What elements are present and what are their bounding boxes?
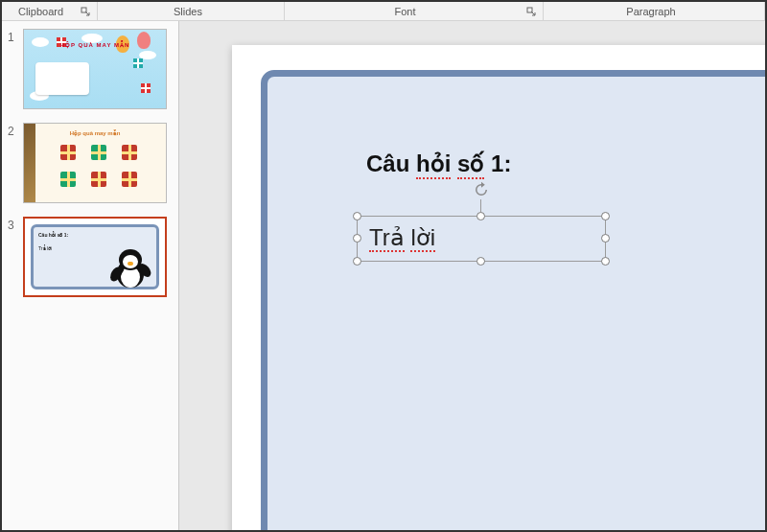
dialog-launcher-icon[interactable] bbox=[525, 6, 537, 17]
resize-handle[interactable] bbox=[476, 257, 485, 266]
resize-handle[interactable] bbox=[353, 234, 361, 243]
ribbon-group-slides: Slides bbox=[98, 2, 285, 20]
thumbnail-row: 1 HỘP QUÀ MAY MẮN bbox=[8, 29, 173, 109]
resize-handle[interactable] bbox=[601, 234, 610, 243]
ribbon-label-font: Font bbox=[285, 6, 525, 17]
answer-text[interactable]: Trả lời bbox=[369, 224, 435, 251]
slide-thumbnail-2[interactable]: Hộp quà may mắn bbox=[23, 123, 167, 203]
thumbnail-row: 3 Câu hỏi số 1: Trả lời bbox=[8, 217, 173, 297]
penguin-icon bbox=[111, 249, 150, 291]
rotate-stem bbox=[480, 199, 481, 213]
resize-handle[interactable] bbox=[353, 212, 361, 220]
question-title-text[interactable]: Câu hỏi số 1: bbox=[366, 150, 511, 179]
ribbon-group-labels: Clipboard Slides Font Paragraph bbox=[2, 2, 765, 21]
slide-thumbnail-panel[interactable]: 1 HỘP QUÀ MAY MẮN 2 Hộp quà m bbox=[2, 21, 179, 530]
slide-frame-border bbox=[261, 70, 765, 530]
thumbnail-number: 1 bbox=[8, 29, 23, 109]
answer-textbox-selected[interactable]: Trả lời bbox=[357, 216, 606, 262]
thumb3-question: Câu hỏi số 1: bbox=[38, 232, 68, 238]
workspace: 1 HỘP QUÀ MAY MẮN 2 Hộp quà m bbox=[2, 21, 765, 530]
ribbon-group-font: Font bbox=[285, 2, 544, 20]
thumbnail-number: 2 bbox=[8, 123, 23, 203]
resize-handle[interactable] bbox=[601, 257, 610, 266]
resize-handle[interactable] bbox=[601, 212, 610, 220]
resize-handle[interactable] bbox=[476, 212, 485, 220]
thumb2-title: Hộp quà may mắn bbox=[24, 129, 166, 136]
slide-thumbnail-1[interactable]: HỘP QUÀ MAY MẮN bbox=[23, 29, 167, 109]
ribbon-label-slides: Slides bbox=[98, 6, 278, 17]
slide-edit-area[interactable]: Câu hỏi số 1: Trả lời bbox=[179, 21, 765, 530]
rotate-handle-icon[interactable] bbox=[472, 180, 491, 199]
ribbon-label-clipboard: Clipboard bbox=[2, 6, 80, 17]
ribbon-group-paragraph: Paragraph bbox=[544, 2, 765, 20]
ribbon-group-clipboard: Clipboard bbox=[2, 2, 98, 20]
slide-canvas[interactable]: Câu hỏi số 1: Trả lời bbox=[232, 45, 765, 530]
resize-handle[interactable] bbox=[353, 257, 361, 266]
thumb3-answer: Trả lời bbox=[38, 245, 52, 251]
thumbnail-row: 2 Hộp quà may mắn bbox=[8, 123, 173, 203]
slide-thumbnail-3[interactable]: Câu hỏi số 1: Trả lời bbox=[23, 217, 167, 297]
thumbnail-number: 3 bbox=[8, 217, 23, 297]
thumb1-title: HỘP QUÀ MAY MẮN bbox=[24, 41, 166, 48]
ribbon-label-paragraph: Paragraph bbox=[544, 6, 758, 17]
dialog-launcher-icon[interactable] bbox=[80, 6, 91, 17]
